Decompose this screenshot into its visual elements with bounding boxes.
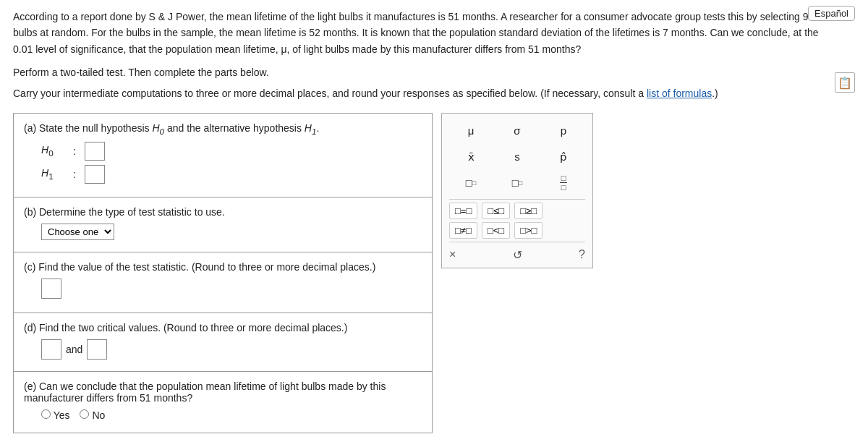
h0-row-sub: 0 (48, 148, 53, 158)
sym-s[interactable]: s (495, 145, 539, 169)
h1-row-sub: 1 (48, 171, 53, 181)
section-c-label: (c) Find the value of the test statistic… (24, 261, 422, 273)
sym-fraction[interactable]: □ □ (542, 171, 585, 195)
yes-radio[interactable] (41, 409, 51, 419)
sym-p[interactable]: p (542, 119, 585, 143)
instruction-line-1: Perform a two-tailed test. Then complete… (13, 64, 855, 80)
test-stat-select[interactable]: Choose one (41, 224, 114, 240)
sym-neq[interactable]: □≠□ (449, 222, 477, 239)
formula-link[interactable]: list of formulas (647, 88, 712, 99)
sym-sigma[interactable]: σ (495, 119, 539, 143)
no-radio-label[interactable]: No (80, 409, 105, 421)
symbol-panel: μ σ p x̄ s p̂ □□ □□ □ □ □=□ □≤□ □≥□ □≠□ (441, 113, 593, 268)
no-radio[interactable] (80, 409, 89, 419)
h1-label: H1 (41, 167, 64, 181)
section-e-label: (e) Can we conclude that the population … (24, 381, 422, 404)
section-b: (b) Determine the type of test statistic… (14, 197, 432, 252)
symbol-grid-top: μ σ p x̄ s p̂ □□ □□ □ □ (449, 119, 585, 195)
sym-help-button[interactable]: ? (579, 248, 585, 262)
section-b-label: (b) Determine the type of test statistic… (24, 206, 422, 218)
h0-symbol: H0 (152, 122, 164, 134)
h1-title-symbol: H1 (305, 122, 317, 134)
sym-sq-sub[interactable]: □□ (495, 171, 539, 195)
h1-row: H1 : (41, 165, 422, 184)
test-stat-input-row (41, 279, 422, 301)
sym-phat[interactable]: p̂ (542, 145, 585, 169)
no-label: No (92, 409, 105, 421)
sym-undo-button[interactable]: ↺ (513, 248, 522, 262)
question-box: (a) State the null hypothesis H0 and the… (13, 113, 433, 433)
sym-actions: × ↺ ? (449, 248, 585, 262)
section-d: (d) Find the two critical values. (Round… (14, 313, 432, 372)
sym-mu[interactable]: μ (449, 119, 493, 143)
sym-divider-2 (449, 242, 585, 242)
problem-text: According to a report done by S & J Powe… (13, 9, 823, 57)
h1-input[interactable] (85, 165, 105, 184)
yes-radio-label[interactable]: Yes (41, 409, 69, 421)
critical-value-2-input[interactable] (87, 339, 107, 360)
sym-divider-1 (449, 199, 585, 200)
h0-label: H0 (41, 144, 64, 158)
section-c: (c) Find the value of the test statistic… (14, 252, 432, 313)
sym-gt[interactable]: □>□ (514, 222, 542, 239)
section-a: (a) State the null hypothesis H0 and the… (14, 114, 432, 197)
sym-lt[interactable]: □<□ (482, 222, 510, 239)
sym-geq[interactable]: □≥□ (514, 203, 542, 219)
sym-leq[interactable]: □≤□ (482, 203, 510, 219)
sym-equals[interactable]: □=□ (449, 203, 477, 219)
notebook-icon[interactable]: 📋 (835, 72, 855, 93)
yes-label: Yes (54, 409, 70, 421)
instruction-line-2: Carry your intermediate computations to … (13, 85, 855, 101)
and-text: and (66, 344, 82, 355)
critical-values-row: and (41, 339, 422, 360)
test-stat-value-input[interactable] (41, 279, 61, 299)
h0-input[interactable] (85, 142, 105, 161)
main-layout: (a) State the null hypothesis H0 and the… (13, 113, 855, 433)
rel-row-2: □≠□ □<□ □>□ (449, 222, 585, 239)
section-e: (e) Can we conclude that the population … (14, 372, 432, 433)
rel-row-1: □=□ □≤□ □≥□ (449, 203, 585, 219)
section-a-label: (a) State the null hypothesis H0 and the… (24, 122, 422, 136)
h0-subscript: 0 (160, 127, 164, 136)
sym-xbar[interactable]: x̄ (449, 145, 493, 169)
h0-row: H0 : (41, 142, 422, 161)
sym-clear-button[interactable]: × (449, 248, 456, 262)
sym-sq-sup[interactable]: □□ (449, 171, 493, 195)
language-button[interactable]: Español (808, 6, 855, 21)
yes-no-row: Yes No (41, 409, 422, 421)
test-stat-select-row: Choose one (41, 224, 422, 240)
section-d-label: (d) Find the two critical values. (Round… (24, 322, 422, 333)
critical-value-1-input[interactable] (41, 339, 61, 360)
